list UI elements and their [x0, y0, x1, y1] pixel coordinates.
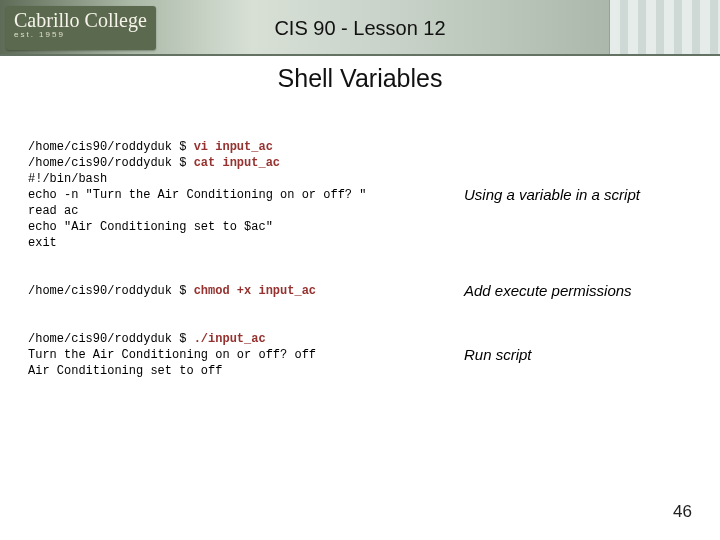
- note-1: Using a variable in a script: [458, 185, 698, 205]
- college-logo: Cabrillo College est. 1959: [6, 6, 156, 50]
- block-3: /home/cis90/roddyduk $ ./input_ac Turn t…: [28, 331, 698, 379]
- slide-content: /home/cis90/roddyduk $ vi input_ac /home…: [0, 93, 720, 379]
- banner-divider: [0, 54, 720, 56]
- logo-main-text: Cabrillo College: [14, 10, 148, 30]
- banner-columns-decoration: [609, 0, 720, 56]
- header-banner: Cabrillo College est. 1959 CIS 90 - Less…: [0, 0, 720, 56]
- code-block-1: /home/cis90/roddyduk $ vi input_ac /home…: [28, 139, 458, 251]
- code-block-2: /home/cis90/roddyduk $ chmod +x input_ac: [28, 283, 458, 299]
- code-block-3: /home/cis90/roddyduk $ ./input_ac Turn t…: [28, 331, 458, 379]
- page-number: 46: [673, 502, 692, 522]
- section-title: Shell Variables: [0, 64, 720, 93]
- note-2: Add execute permissions: [458, 281, 698, 301]
- block-1: /home/cis90/roddyduk $ vi input_ac /home…: [28, 139, 698, 251]
- note-3: Run script: [458, 345, 698, 365]
- logo-sub-text: est. 1959: [14, 30, 148, 39]
- block-2: /home/cis90/roddyduk $ chmod +x input_ac…: [28, 281, 698, 301]
